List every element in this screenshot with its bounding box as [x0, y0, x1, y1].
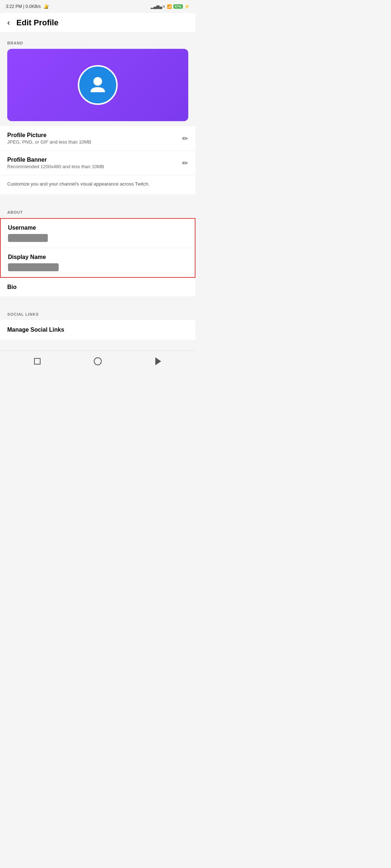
mute-icon: 🔔̷ — [43, 4, 49, 9]
status-time-network: 3:22 PM | 0.0KB/s 🔔̷ — [6, 4, 49, 9]
avatar-circle — [78, 65, 118, 105]
manage-social-links-label: Manage Social Links — [7, 327, 188, 333]
brand-banner[interactable] — [7, 49, 188, 121]
nav-home-button[interactable] — [32, 356, 43, 367]
nav-back-button[interactable] — [153, 356, 164, 367]
brand-options-section: Profile Picture JPEG, PNG, or GIF and le… — [0, 126, 196, 194]
profile-picture-edit-icon[interactable]: ✏ — [182, 134, 188, 143]
username-label: Username — [8, 225, 188, 231]
content-area: BRAND Profile Picture JPEG, PNG, or GIF … — [0, 33, 196, 340]
page-title: Edit Profile — [16, 18, 58, 27]
bio-row[interactable]: Bio — [0, 278, 196, 296]
status-network: 0.0KB/s — [26, 4, 41, 9]
nav-recents-button[interactable] — [92, 356, 103, 367]
brand-section-label: BRAND — [0, 33, 196, 49]
display-name-label: Display Name — [8, 254, 188, 260]
profile-banner-edit-icon[interactable]: ✏ — [182, 159, 188, 167]
manage-social-links-row[interactable]: Manage Social Links — [0, 320, 196, 340]
profile-picture-title: Profile Picture — [7, 132, 91, 139]
display-name-value-blurred — [8, 263, 59, 271]
wifi-icon: 📶 — [167, 4, 172, 9]
svg-point-0 — [93, 77, 102, 86]
username-row[interactable]: Username — [1, 219, 195, 248]
recents-icon — [94, 357, 102, 365]
back-icon — [155, 357, 161, 365]
charging-icon: ⚡ — [184, 4, 190, 9]
status-time: 3:22 PM — [6, 4, 22, 9]
profile-banner-subtitle: Recommended 1200x480 and less than 10MB — [7, 164, 104, 169]
about-section: ABOUT Username Display Name Bio — [0, 202, 196, 296]
profile-picture-subtitle: JPEG, PNG, or GIF and less than 10MB — [7, 139, 91, 145]
battery-percentage: 67 — [175, 5, 178, 8]
avatar-icon — [87, 73, 109, 97]
back-button[interactable]: ‹ — [7, 19, 10, 27]
profile-picture-row[interactable]: Profile Picture JPEG, PNG, or GIF and le… — [0, 126, 196, 151]
bottom-nav — [0, 350, 196, 372]
profile-banner-title: Profile Banner — [7, 157, 104, 163]
bio-label: Bio — [7, 284, 188, 290]
username-value-blurred — [8, 234, 48, 242]
display-name-row[interactable]: Display Name — [1, 248, 195, 277]
brand-description: Customize you and your channel's visual … — [0, 175, 196, 194]
social-links-section: SOCIAL LINKS Manage Social Links — [0, 304, 196, 340]
top-nav: ‹ Edit Profile — [0, 13, 196, 33]
social-links-section-label: SOCIAL LINKS — [0, 304, 196, 320]
status-icons: ▂▄▆▄✕ 📶 67 % ⚡ — [151, 4, 190, 9]
about-section-label: ABOUT — [0, 202, 196, 218]
status-bar: 3:22 PM | 0.0KB/s 🔔̷ ▂▄▆▄✕ 📶 67 % ⚡ — [0, 0, 196, 13]
signal-icon: ▂▄▆▄✕ — [151, 4, 165, 9]
username-displayname-card: Username Display Name — [0, 218, 196, 278]
home-icon — [34, 358, 41, 365]
profile-banner-row[interactable]: Profile Banner Recommended 1200x480 and … — [0, 151, 196, 175]
battery-suffix: % — [178, 5, 181, 8]
battery-indicator: 67 % — [173, 4, 183, 9]
